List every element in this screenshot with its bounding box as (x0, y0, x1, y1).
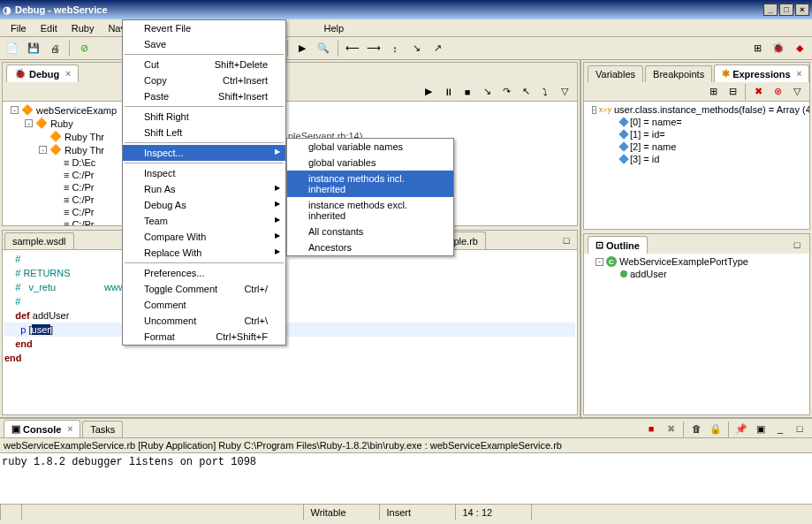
clear-console-icon[interactable]: 🗑 (687, 420, 705, 437)
outline-item[interactable]: - C WebServiceExamplePortType (586, 255, 808, 268)
context-menu-item[interactable]: Toggle CommentCtrl+/ (123, 281, 285, 297)
menu-ruby[interactable]: Ruby (65, 21, 102, 35)
context-menu[interactable]: Revert FileSaveCutShift+DeleteCopyCtrl+I… (122, 19, 286, 346)
debug-tree-item[interactable]: -🔶Ruby (4, 117, 575, 130)
outline-item[interactable]: addUser (586, 268, 808, 280)
print-icon[interactable]: 🖨 (46, 40, 64, 57)
minimize-button[interactable]: _ (763, 4, 778, 16)
nav-fwd-icon[interactable]: ⟶ (365, 40, 383, 57)
debug-tree-item[interactable]: -🔶webServiceExamp (4, 103, 575, 117)
expression-item[interactable]: [0] = name= (586, 116, 808, 128)
debug-tab[interactable]: 🐞 Debug × (6, 65, 79, 82)
expression-item[interactable]: [2] = name (586, 140, 808, 153)
expression-item[interactable]: [3] = id (586, 153, 808, 165)
context-menu-item[interactable]: Save (123, 36, 285, 52)
expression-item[interactable]: - x=y user.class.instance_methods(false)… (586, 103, 808, 116)
nav-icon[interactable]: ↕ (386, 40, 404, 57)
context-menu-item[interactable]: Shift Right (123, 109, 285, 125)
context-menu-item[interactable]: Compare With (123, 229, 285, 245)
context-menu-item[interactable]: UncommentCtrl+\ (123, 313, 285, 329)
context-menu-item[interactable]: PasteShift+Insert (123, 88, 285, 104)
outline-tab[interactable]: ⊡Outline (588, 236, 648, 254)
new-icon[interactable]: 📄 (4, 40, 21, 57)
terminate-icon[interactable]: ■ (459, 83, 476, 101)
drop-icon[interactable]: ⤵ (536, 83, 554, 101)
step-return-icon[interactable]: ↖ (517, 83, 535, 101)
context-menu-item[interactable]: Inspect... (123, 145, 285, 161)
suspend-icon[interactable]: ⏸ (439, 83, 457, 101)
terminate-icon[interactable]: ■ (642, 420, 660, 437)
menu-help[interactable]: Help (317, 21, 352, 35)
collapse-icon[interactable]: ⊟ (724, 83, 741, 101)
submenu-item[interactable]: Ancestors (287, 239, 453, 255)
min-icon[interactable]: _ (771, 420, 789, 437)
menu-file[interactable]: File (4, 21, 34, 35)
maximize-editor-icon[interactable]: □ (558, 232, 575, 249)
filter-icon[interactable]: ▽ (556, 83, 573, 101)
context-menu-item[interactable]: Preferences... (123, 265, 285, 281)
context-menu-item[interactable]: FormatCtrl+Shift+F (123, 329, 285, 345)
scroll-lock-icon[interactable]: 🔒 (707, 420, 725, 437)
run-icon[interactable]: ▶ (293, 40, 311, 57)
status-bar: Writable Insert 14 : 12 (0, 504, 812, 520)
remove-launch-icon[interactable]: ✖ (662, 420, 679, 437)
console-tab[interactable]: ▣Console× (4, 420, 80, 437)
context-menu-item[interactable]: Debug As (123, 197, 285, 213)
context-menu-item[interactable]: Revert File (123, 20, 285, 36)
console-output[interactable]: ruby 1.8.2 debugger listens on port 1098 (0, 453, 812, 504)
status-writable: Writable (303, 505, 379, 520)
editor-tab-wsdl[interactable]: sample.wsdl (4, 232, 74, 249)
perspective-icon[interactable]: ⊞ (748, 40, 766, 57)
menu-icon[interactable]: ▽ (788, 83, 806, 101)
step-over-icon[interactable]: ↷ (497, 83, 515, 101)
console-header: webServiceExampleService.rb [Ruby Applic… (0, 438, 812, 453)
remove-icon[interactable]: ✖ (749, 83, 767, 101)
code-editor[interactable]: # # RETURNS # v_retu www.w3.org/2001/XML… (3, 250, 577, 414)
context-menu-item[interactable]: Inspect (123, 165, 285, 181)
display-icon[interactable]: ▣ (752, 420, 770, 437)
variables-tab[interactable]: Variables (588, 65, 643, 82)
submenu-item[interactable]: All constants (287, 224, 453, 239)
close-tab-icon[interactable]: × (67, 424, 72, 434)
context-menu-item[interactable]: Replace With (123, 245, 285, 261)
expr-icon: ✱ (722, 68, 730, 80)
remove-all-icon[interactable]: ⊗ (769, 83, 786, 101)
step-into-icon[interactable]: ↘ (478, 83, 496, 101)
tasks-tab[interactable]: Tasks (82, 421, 123, 437)
debug-perspective-icon[interactable]: 🐞 (770, 40, 787, 57)
submenu-item[interactable]: instance methods excl. inherited (287, 197, 453, 224)
inspect-submenu[interactable]: global variable namesglobal variablesins… (286, 138, 454, 256)
debug-icon[interactable]: ⊘ (75, 40, 93, 57)
expression-item[interactable]: [1] = id= (586, 128, 808, 140)
submenu-item[interactable]: instance methods incl. inherited (287, 171, 453, 197)
maximize-icon[interactable]: □ (788, 236, 806, 254)
max-icon[interactable]: □ (791, 420, 808, 437)
outline-tree[interactable]: - C WebServiceExamplePortType addUser (584, 254, 809, 414)
breakpoints-tab[interactable]: Breakpoints (645, 65, 712, 82)
close-tab-icon[interactable]: × (65, 69, 71, 79)
context-menu-item[interactable]: Team (123, 213, 285, 229)
nav-icon[interactable]: ↗ (429, 40, 446, 57)
expressions-tree[interactable]: - x=y user.class.instance_methods(false)… (584, 102, 809, 229)
resume-icon[interactable]: ▶ (420, 83, 437, 101)
submenu-item[interactable]: global variable names (287, 139, 453, 155)
close-button[interactable]: × (795, 4, 809, 16)
maximize-button[interactable]: □ (779, 4, 793, 16)
save-icon[interactable]: 💾 (25, 40, 42, 57)
submenu-item[interactable]: global variables (287, 155, 453, 171)
context-menu-item[interactable]: Run As (123, 181, 285, 197)
menu-edit[interactable]: Edit (34, 21, 65, 35)
close-tab-icon[interactable]: × (797, 69, 802, 79)
tree-icon[interactable]: ⊞ (704, 83, 722, 101)
context-menu-item[interactable]: CutShift+Delete (123, 57, 285, 72)
nav-back-icon[interactable]: ⟵ (344, 40, 361, 57)
expressions-tab[interactable]: ✱Expressions× (714, 65, 809, 82)
context-menu-item[interactable]: Comment (123, 297, 285, 313)
search-icon[interactable]: 🔍 (315, 40, 332, 57)
ruby-perspective-icon[interactable]: ◆ (791, 40, 808, 57)
context-menu-item[interactable]: CopyCtrl+Insert (123, 72, 285, 88)
context-menu-item[interactable]: Shift Left (123, 125, 285, 140)
pin-icon[interactable]: 📌 (732, 420, 750, 437)
title-bar: ◑ Debug - webService _ □ × (0, 0, 812, 19)
nav-icon[interactable]: ↘ (407, 40, 425, 57)
